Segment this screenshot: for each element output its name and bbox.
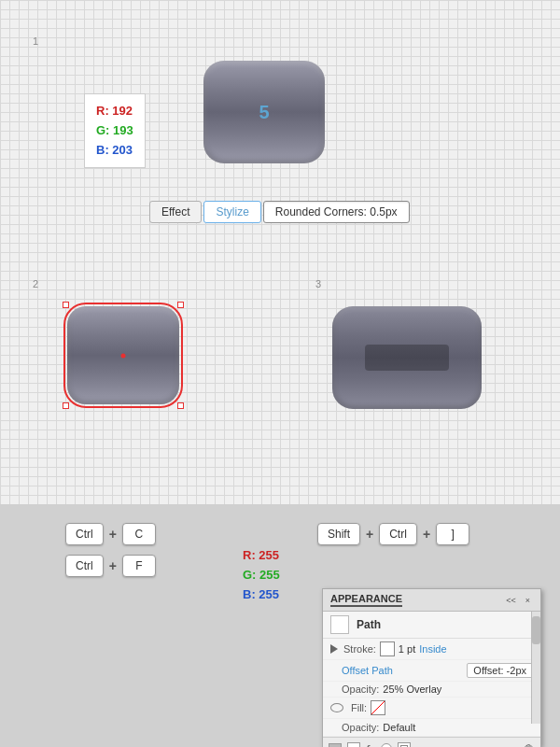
opacity-label: Opacity: — [342, 684, 379, 695]
scroll-thumb[interactable] — [532, 616, 540, 644]
scroll-bar[interactable] — [531, 612, 540, 724]
offset-value[interactable]: Offset: -2px — [467, 663, 533, 678]
g-value: G: 193 — [96, 121, 133, 141]
visibility-icon[interactable] — [330, 703, 343, 712]
bottom-panel: Ctrl + C Ctrl + F Shift + Ctrl + ] R: 25… — [0, 504, 560, 747]
effect-button[interactable]: Effect — [149, 201, 202, 223]
opacity-row: Opacity: 25% Overlay — [323, 682, 540, 698]
stroke-inside: Inside — [419, 643, 446, 655]
b-value-bottom: B: 255 — [243, 585, 280, 605]
options-icon[interactable] — [381, 743, 392, 748]
rounded-corners-button[interactable]: Rounded Corners: 0.5px — [263, 201, 410, 223]
offset-path-row: Offset Path Offset: -2px — [323, 660, 540, 682]
opacity-default-label: Opacity: — [342, 722, 379, 733]
color-info-bottom: R: 255 G: 255 B: 255 — [243, 546, 280, 604]
handle-br[interactable] — [177, 402, 184, 409]
canvas-area: 1 2 3 R: 192 G: 193 B: 203 1 5 Effect St… — [0, 0, 560, 504]
area-num-3: 3 — [315, 278, 321, 289]
toolbar-row: Effect Stylize Rounded Corners: 0.5px — [149, 201, 410, 223]
expand-icon[interactable] — [330, 644, 338, 654]
shape-left[interactable] — [67, 306, 179, 404]
duplicate-icon[interactable] — [398, 742, 411, 748]
shape-right[interactable] — [332, 306, 482, 409]
area-num-1: 1 — [33, 35, 38, 47]
appearance-panel: APPEARANCE << × Path Stroke: 1 pt Inside… — [322, 588, 541, 747]
fx-icon[interactable]: fx — [366, 743, 375, 748]
key-c[interactable]: C — [122, 523, 156, 545]
shortcuts-area: Ctrl + C Ctrl + F — [65, 523, 156, 577]
shape-inner-label: 5 — [259, 102, 269, 123]
offset-path-link[interactable]: Offset Path — [342, 665, 393, 676]
g-value-bottom: G: 255 — [243, 566, 280, 585]
plus-4: + — [423, 527, 430, 542]
b-value: B: 203 — [96, 141, 133, 161]
panel-title: APPEARANCE — [330, 593, 402, 607]
stylize-button[interactable]: Stylize — [203, 201, 260, 223]
panel-collapse-btn[interactable]: << — [503, 595, 519, 606]
shape-right-body — [332, 306, 482, 409]
key-ctrl-1[interactable]: Ctrl — [65, 523, 104, 545]
stroke-row: Stroke: 1 pt Inside — [323, 639, 540, 660]
area-num-2: 2 — [33, 278, 38, 289]
opacity-value: 25% Overlay — [383, 684, 441, 695]
shape-right-inner — [365, 345, 449, 371]
plus-1: + — [109, 527, 117, 542]
key-f[interactable]: F — [122, 555, 156, 577]
path-row: Path — [323, 612, 540, 639]
layer-icon — [329, 743, 342, 748]
delete-icon[interactable]: 🗑 — [524, 742, 535, 748]
handle-tr[interactable] — [177, 302, 184, 308]
stroke-weight: 1 pt — [399, 643, 415, 655]
shortcut-paste: Ctrl + F — [65, 555, 156, 577]
key-bracket[interactable]: ] — [436, 523, 469, 545]
key-shift[interactable]: Shift — [317, 523, 360, 545]
r-value-bottom: R: 255 — [243, 546, 280, 566]
center-dot — [121, 353, 126, 358]
panel-bottom-bar: fx 🗑 — [323, 737, 540, 747]
plus-3: + — [366, 527, 373, 542]
handle-bl[interactable] — [63, 402, 69, 409]
key-ctrl-3[interactable]: Ctrl — [379, 523, 417, 545]
add-icon[interactable] — [347, 742, 360, 748]
shape-main-body[interactable]: 5 — [203, 61, 325, 163]
panel-close-btn[interactable]: × — [523, 595, 533, 606]
r-value: R: 192 — [96, 102, 133, 121]
path-label: Path — [357, 618, 381, 631]
shape-left-body — [67, 306, 179, 404]
handle-tl[interactable] — [63, 302, 69, 308]
shortcut-copy: Ctrl + C — [65, 523, 156, 545]
shape-main: 5 — [203, 61, 325, 163]
stroke-label: Stroke: — [343, 643, 376, 655]
key-ctrl-2[interactable]: Ctrl — [65, 555, 104, 577]
opacity-default-value: Default — [383, 722, 415, 733]
panel-controls: << × — [503, 595, 533, 606]
plus-2: + — [109, 558, 117, 573]
opacity-default-row: Opacity: Default — [323, 719, 540, 737]
fill-swatch[interactable] — [371, 700, 385, 715]
panel-header: APPEARANCE << × — [323, 589, 540, 612]
stroke-color-box[interactable] — [380, 641, 395, 656]
path-icon — [330, 615, 349, 634]
color-info-box: R: 192 G: 193 B: 203 — [84, 93, 146, 168]
fill-label: Fill: — [351, 702, 367, 713]
shortcuts-right: Shift + Ctrl + ] — [317, 523, 469, 545]
fill-row: Fill: — [323, 698, 540, 719]
